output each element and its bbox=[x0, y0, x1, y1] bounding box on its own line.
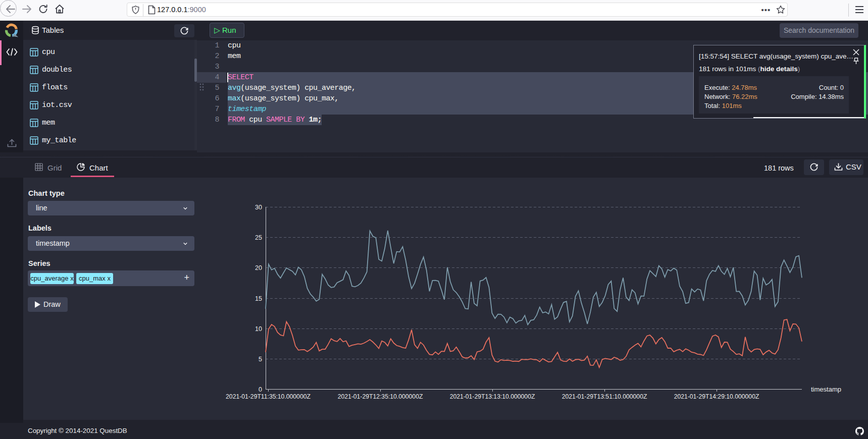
svg-text:20: 20 bbox=[255, 264, 262, 271]
svg-text:2021-01-29T11:35:10.000000Z: 2021-01-29T11:35:10.000000Z bbox=[226, 393, 311, 400]
svg-text:15: 15 bbox=[255, 295, 262, 302]
svg-text:timestamp: timestamp bbox=[811, 386, 841, 393]
svg-text:2021-01-29T13:51:10.000000Z: 2021-01-29T13:51:10.000000Z bbox=[562, 393, 647, 400]
svg-text:10: 10 bbox=[255, 325, 262, 333]
svg-text:2021-01-29T12:35:10.000000Z: 2021-01-29T12:35:10.000000Z bbox=[338, 393, 423, 400]
svg-text:2021-01-29T13:13:10.000000Z: 2021-01-29T13:13:10.000000Z bbox=[450, 393, 535, 400]
svg-text:0: 0 bbox=[259, 386, 262, 393]
svg-text:30: 30 bbox=[255, 204, 262, 211]
svg-text:25: 25 bbox=[255, 234, 262, 241]
svg-text:2021-01-29T14:29:10.000000Z: 2021-01-29T14:29:10.000000Z bbox=[674, 393, 759, 400]
svg-text:5: 5 bbox=[259, 356, 262, 363]
